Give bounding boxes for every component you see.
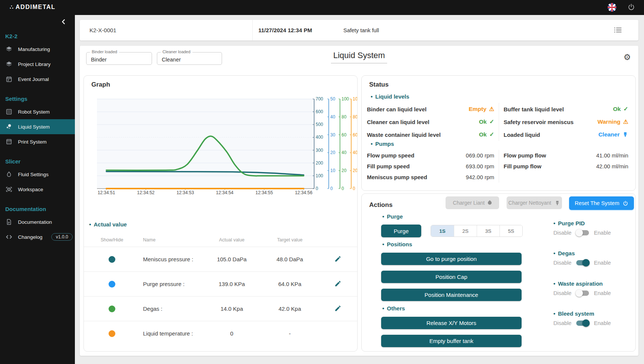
sidebar-section-k2-2: K2-2: [0, 33, 75, 42]
brand-logo-icon: ∴: [10, 4, 13, 10]
sidebar-item-documentation[interactable]: Documentation: [0, 214, 75, 229]
purge-duration-1s[interactable]: 1S: [431, 225, 454, 237]
enable-label: Enable: [594, 290, 611, 296]
svg-text:60: 60: [341, 132, 347, 138]
pump-label: Flow pump speed: [367, 152, 414, 159]
enable-label: Enable: [594, 230, 611, 236]
release-xy-motors-button[interactable]: Release X/Y Motors: [381, 317, 522, 329]
svg-text:12:34:53: 12:34:53: [176, 190, 194, 195]
position-cap-button[interactable]: Position Cap: [381, 271, 522, 283]
svg-text:700: 700: [316, 96, 323, 102]
warning-icon: ⚠: [623, 118, 628, 125]
sidebar-item-fluid-settings[interactable]: Fluid Settings: [0, 167, 75, 182]
status-title: Status: [369, 81, 389, 88]
status-label: Buffer tank liquid level: [504, 106, 564, 112]
svg-text:0: 0: [330, 186, 333, 191]
cleaner-loaded-field[interactable]: Cleaner loaded: [157, 52, 222, 65]
svg-text:100: 100: [316, 173, 323, 178]
liquid-system-page: Binder loaded Cleaner loaded Liquid Syst…: [80, 46, 638, 356]
show-hide-eye-icon[interactable]: [109, 330, 115, 337]
status-label: Binder can liquid level: [367, 106, 426, 112]
position-maintenance-button[interactable]: Position Maintenance: [381, 289, 522, 301]
sidebar-item-label: Fluid Settings: [18, 172, 49, 177]
sidebar-item-label: Print System: [18, 139, 47, 145]
bleed-system-heading: Bleed system: [553, 310, 634, 317]
show-hide-eye-icon[interactable]: [109, 281, 115, 288]
binder-loaded-label: Binder loaded: [90, 49, 119, 54]
waste-aspiration-heading: Waste aspiration: [553, 280, 634, 287]
top-bar: [0, 0, 644, 15]
reset-system-button[interactable]: Reset The System: [569, 196, 634, 210]
show-hide-eye-icon[interactable]: [109, 256, 115, 263]
liquid-chart: 12:34:5112:34:5212:34:5312:34:5412:34:55…: [84, 76, 358, 201]
go-to-purge-position-button[interactable]: Go to purge position: [381, 253, 522, 265]
purge-heading: Purge: [382, 213, 403, 220]
purge-duration-3s[interactable]: 3S: [477, 225, 499, 237]
svg-text:30: 30: [330, 132, 335, 138]
svg-text:12:34:55: 12:34:55: [255, 190, 273, 195]
purge-button[interactable]: Purge: [381, 225, 421, 237]
sidebar-item-event-journal[interactable]: Event Journal: [0, 72, 75, 87]
edit-pencil-icon[interactable]: [334, 305, 341, 312]
table-header-row: Show/Hide Name Actual value Target value: [84, 233, 358, 247]
sidebar-collapse-icon[interactable]: [61, 19, 67, 25]
sidebar-item-label: Manufacturing: [18, 46, 50, 52]
check-icon: ✓: [489, 131, 494, 138]
svg-text:20: 20: [341, 168, 347, 173]
binder-loaded-input[interactable]: [86, 52, 152, 64]
pump-value: 942.00 rpm: [466, 174, 494, 180]
bleed-system-toggle[interactable]: [576, 321, 589, 326]
show-hide-eye-icon[interactable]: [109, 306, 115, 312]
sidebar-item-project-library[interactable]: Project Library: [0, 57, 75, 72]
table-row: Meniscus pressure : 105.0 DaPa 48.0 DaPa: [84, 247, 358, 271]
calendar-icon: [5, 75, 13, 83]
pumps-grid: Flow pump speed 069.00 rpm Flow pump flo…: [362, 150, 636, 183]
waste-aspiration-toggle[interactable]: [576, 291, 589, 296]
svg-text:100: 100: [353, 96, 358, 102]
purge-duration-2s[interactable]: 2S: [454, 225, 477, 237]
binder-loaded-field[interactable]: Binder loaded: [86, 52, 152, 65]
gear-icon[interactable]: ⚙: [623, 53, 631, 61]
sidebar-section-settings: Settings: [0, 96, 75, 104]
bleed-system-toggle-block: Bleed system Disable Enable: [553, 310, 634, 326]
purge-duration-5s[interactable]: 5S: [499, 225, 522, 237]
sidebar-item-changelog[interactable]: Changelog v1.0.0: [0, 229, 75, 244]
check-icon: ✓: [489, 118, 494, 125]
charger-nettoyant-button[interactable]: Charger Nettoyant: [507, 196, 562, 209]
sidebar-item-label: Workspace: [18, 187, 43, 192]
event-list-icon[interactable]: [614, 26, 622, 34]
purge-pid-toggle[interactable]: [576, 230, 589, 235]
sidebar-item-liquid-system[interactable]: Liquid System: [0, 119, 75, 134]
sidebar-item-workspace[interactable]: Workspace: [0, 182, 75, 197]
cleaner-loaded-label: Cleaner loaded: [161, 49, 192, 54]
header-datetime: 11/27/2024 12:34 PM: [258, 20, 312, 40]
disable-label: Disable: [553, 320, 571, 326]
cleaner-loaded-input[interactable]: [157, 52, 222, 64]
degas-toggle[interactable]: [576, 260, 589, 265]
svg-text:40: 40: [330, 114, 335, 120]
sidebar-item-robot-system[interactable]: Robot System: [0, 104, 75, 119]
table-row: Degas : 14.0 Kpa 42.0 Kpa: [84, 296, 358, 321]
sidebar-item-label: Robot System: [18, 109, 50, 115]
empty-buffer-tank-button[interactable]: Empty buffer tank: [381, 335, 522, 347]
language-flag-icon[interactable]: [608, 3, 616, 12]
charger-liant-button[interactable]: Charger Liant: [446, 196, 499, 209]
status-value: Ok✓: [479, 118, 494, 125]
robot-grid-icon: [5, 108, 13, 115]
pump-value: 069.00 rpm: [466, 152, 494, 159]
document-icon: [5, 218, 13, 226]
droplet-icon: [487, 200, 492, 205]
code-icon: [5, 233, 13, 241]
sidebar-item-manufacturing[interactable]: Manufacturing: [0, 42, 75, 57]
edit-pencil-icon[interactable]: [334, 280, 341, 287]
edit-pencil-icon[interactable]: [334, 255, 341, 262]
sidebar-item-print-system[interactable]: Print System: [0, 134, 75, 149]
svg-text:500: 500: [316, 122, 323, 127]
header-bar: K2-X-0001 11/27/2024 12:34 PM Safety tan…: [80, 20, 638, 40]
others-heading: Others: [382, 305, 405, 312]
power-icon[interactable]: [628, 3, 635, 11]
svg-text:40: 40: [341, 150, 347, 155]
svg-text:12:34:51: 12:34:51: [98, 190, 115, 195]
brush-icon: [622, 132, 628, 138]
status-value: Empty⚠: [469, 106, 494, 112]
